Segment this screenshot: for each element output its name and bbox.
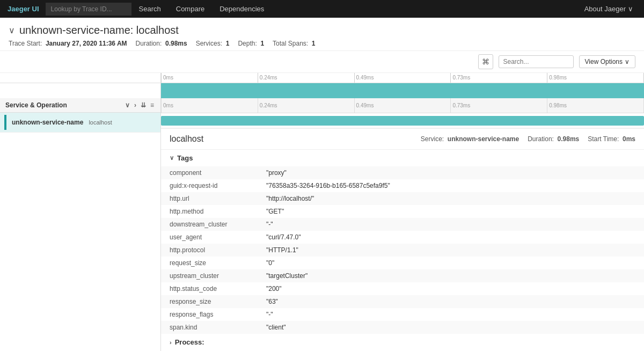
trace-toolbar: ⌘ View Options ∨ <box>0 51 644 73</box>
tag-value: "200" <box>258 282 644 295</box>
tags-table-row: http.method"GET" <box>161 205 644 218</box>
tags-table-row: http.status_code"200" <box>161 282 644 295</box>
tag-value: "HTTP/1.1" <box>258 244 644 257</box>
tl-tick-3: 0.73ms <box>450 98 547 113</box>
service-endpoint-label: localhost <box>89 119 112 126</box>
tags-table-row: http.url"http://localhost/" <box>161 192 644 205</box>
nav-search-btn[interactable]: Search <box>131 0 169 18</box>
tag-key: http.protocol <box>161 244 258 257</box>
trace-depth-value: 1 <box>260 40 264 47</box>
keyboard-shortcut-btn[interactable]: ⌘ <box>478 54 493 69</box>
service-operation-header: Service & Operation ∨ › ⇊ ≡ <box>0 98 160 113</box>
collapse-chevron-icon[interactable]: ∨ <box>9 25 15 35</box>
view-options-label: View Options <box>585 58 623 65</box>
right-column: 0ms 0.24ms 0.49ms 0.73ms 0.98ms localhos… <box>161 98 644 351</box>
detail-duration-value: 0.98ms <box>558 135 580 143</box>
about-label: About Jaeger <box>584 5 626 13</box>
service-color-bar <box>4 115 6 130</box>
tags-table-row: span.kind"client" <box>161 321 644 334</box>
tags-table-row: upstream_cluster"targetCluster" <box>161 269 644 282</box>
view-options-btn[interactable]: View Options ∨ <box>579 55 635 68</box>
tags-table: component"proxy"guid:x-request-id"76358a… <box>161 166 644 334</box>
trace-total-spans: Total Spans: 1 <box>273 40 315 47</box>
tag-key: response_size <box>161 295 258 308</box>
process-section-label: Process: <box>175 338 204 346</box>
ruler-tick-1: 0.24ms <box>258 73 354 83</box>
expand-all-icon[interactable]: ⇊ <box>140 101 147 109</box>
tag-key: upstream_cluster <box>161 269 258 282</box>
tag-key: user_agent <box>161 231 258 244</box>
header-icon-group: ∨ › ⇊ ≡ <box>124 101 155 109</box>
tags-section-header[interactable]: ∨ Tags <box>161 150 644 166</box>
cmd-icon: ⌘ <box>482 57 489 66</box>
tags-chevron-icon: ∨ <box>170 155 174 162</box>
tag-value: "76358a35-3264-916b-b165-6587c5efa9f5" <box>258 179 644 192</box>
tag-value: "-" <box>258 218 644 231</box>
trace-duration: Duration: 0.98ms <box>136 40 187 47</box>
trace-lookup-input[interactable] <box>46 3 131 16</box>
ruler-tick-0: 0ms <box>161 73 258 83</box>
detail-meta: Service: unknown-service-name Duration: … <box>421 135 635 143</box>
detail-start-value: 0ms <box>623 135 635 143</box>
timeline-header: 0ms 0.24ms 0.49ms 0.73ms 0.98ms <box>161 98 644 113</box>
tags-table-row: guid:x-request-id"76358a35-3264-916b-b16… <box>161 179 644 192</box>
detail-service-value: unknown-service-name <box>448 135 519 143</box>
trace-meta: Trace Start: January 27, 2020 11:36 AM D… <box>9 40 635 47</box>
tag-value: "curl/7.47.0" <box>258 231 644 244</box>
timeline-ruler: 0ms 0.24ms 0.49ms 0.73ms 0.98ms <box>0 73 644 83</box>
trace-depth: Depth: 1 <box>238 40 264 47</box>
tag-value: "http://localhost/" <box>258 192 644 205</box>
tags-table-row: downstream_cluster"-" <box>161 218 644 231</box>
process-section-header[interactable]: › Process: <box>161 334 644 350</box>
top-nav: Jaeger UI Search Compare Dependencies Ab… <box>0 0 644 18</box>
nav-dependencies-btn[interactable]: Dependencies <box>212 0 272 18</box>
tags-table-row: http.protocol"HTTP/1.1" <box>161 244 644 257</box>
span-bar <box>161 116 644 126</box>
detail-title: localhost <box>170 134 203 144</box>
page-title: unknown-service-name: localhost <box>19 24 179 36</box>
tag-value: "0" <box>258 257 644 269</box>
expand-icon[interactable]: › <box>133 101 137 109</box>
sort-icon[interactable]: ≡ <box>149 101 155 109</box>
trace-services-value: 1 <box>226 40 230 47</box>
trace-spans-value: 1 <box>312 40 316 47</box>
nav-compare-btn[interactable]: Compare <box>169 0 212 18</box>
tag-key: span.kind <box>161 321 258 334</box>
minimap-left <box>0 83 161 98</box>
ruler-tick-3: 0.73ms <box>450 73 547 83</box>
tags-section-label: Tags <box>177 154 193 162</box>
detail-start-time: Start Time: 0ms <box>588 135 635 143</box>
main-content: Service & Operation ∨ › ⇊ ≡ unknown-serv… <box>0 98 644 351</box>
detail-panel: localhost Service: unknown-service-name … <box>161 128 644 351</box>
service-operation-label: Service & Operation <box>5 101 67 109</box>
ruler-tick-4: 0.98ms <box>547 73 644 83</box>
trace-start-value: January 27, 2020 11:36 AM <box>46 40 127 47</box>
detail-service: Service: unknown-service-name <box>421 135 519 143</box>
tag-key: downstream_cluster <box>161 218 258 231</box>
tag-value: "GET" <box>258 205 644 218</box>
brand-logo: Jaeger UI <box>5 5 46 13</box>
tag-key: request_size <box>161 257 258 269</box>
trace-duration-value: 0.98ms <box>165 40 187 47</box>
tag-key: http.url <box>161 192 258 205</box>
tags-table-row: response_flags"-" <box>161 308 644 321</box>
tags-table-row: user_agent"curl/7.47.0" <box>161 231 644 244</box>
tags-table-row: component"proxy" <box>161 166 644 179</box>
view-options-chevron-icon: ∨ <box>625 58 630 65</box>
detail-duration: Duration: 0.98ms <box>528 135 579 143</box>
minimap-bar <box>161 83 644 98</box>
tag-key: component <box>161 166 258 179</box>
trace-start-label: Trace Start: January 27, 2020 11:36 AM <box>9 40 127 47</box>
tl-tick-4: 0.98ms <box>547 98 644 113</box>
tag-key: response_flags <box>161 308 258 321</box>
trace-search-input[interactable] <box>499 55 574 68</box>
tag-key: http.status_code <box>161 282 258 295</box>
about-btn[interactable]: About Jaeger ∨ <box>579 0 639 18</box>
ruler-ticks: 0ms 0.24ms 0.49ms 0.73ms 0.98ms <box>161 73 644 83</box>
tl-tick-0: 0ms <box>161 98 258 113</box>
collapse-all-icon[interactable]: ∨ <box>124 101 131 109</box>
tag-value: "63" <box>258 295 644 308</box>
tl-tick-2: 0.49ms <box>354 98 451 113</box>
span-bar-row[interactable] <box>161 113 644 128</box>
service-row[interactable]: unknown-service-name localhost <box>0 113 160 133</box>
